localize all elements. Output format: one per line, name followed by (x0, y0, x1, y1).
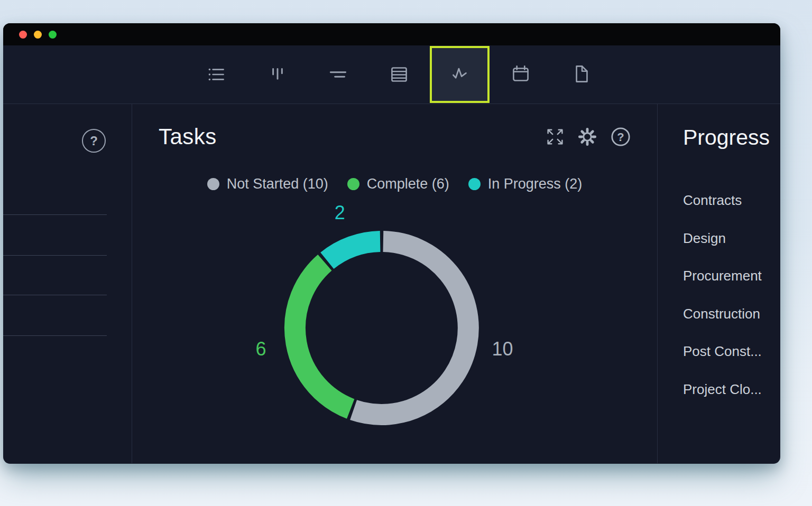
donut-value-label: 6 (255, 338, 266, 360)
sidebar-divider (3, 335, 107, 336)
sidebar-help-icon[interactable]: ? (82, 129, 106, 153)
donut-value-label: 2 (335, 202, 345, 223)
toolbar-document-icon[interactable] (551, 46, 611, 103)
left-sidebar: ? (3, 104, 132, 463)
progress-panel: Progress Contracts Design Procurement Co… (658, 104, 780, 463)
toolbar-calendar-icon[interactable] (491, 46, 550, 103)
progress-list: Contracts Design Procurement Constructio… (683, 182, 762, 408)
sidebar-help-glyph: ? (90, 134, 98, 148)
window-minimize-button[interactable] (34, 31, 42, 39)
toolbar-timeline-icon[interactable] (308, 46, 368, 103)
content-area: ? Tasks (3, 104, 780, 463)
donut-segment-in-progress[interactable] (327, 241, 380, 261)
donut-segment-complete[interactable] (295, 263, 350, 409)
tasks-panel: Tasks (132, 104, 658, 463)
toolbar-activity-icon[interactable] (430, 46, 490, 103)
sidebar-divider (3, 214, 107, 215)
progress-list-item[interactable]: Post Const... (683, 333, 762, 371)
progress-list-item[interactable]: Contracts (683, 182, 762, 220)
progress-list-item[interactable]: Construction (683, 295, 762, 333)
toolbar-list-icon[interactable] (187, 46, 246, 103)
window-titlebar (3, 23, 780, 45)
app-window: ? Tasks (3, 23, 780, 464)
progress-list-item[interactable]: Project Clo... (683, 371, 762, 409)
donut-segment-not-started[interactable] (354, 241, 468, 415)
toolbar-kanban-icon[interactable] (247, 46, 307, 103)
progress-list-item[interactable]: Design (683, 220, 762, 258)
view-toolbar (3, 45, 780, 104)
toolbar-table-icon[interactable] (369, 46, 429, 103)
donut-value-label: 10 (492, 338, 513, 360)
sidebar-divider (3, 295, 107, 295)
window-zoom-button[interactable] (49, 31, 57, 39)
progress-panel-title: Progress (683, 125, 770, 150)
tasks-donut-chart[interactable]: 1062 (132, 104, 658, 463)
window-close-button[interactable] (19, 31, 27, 39)
sidebar-divider (3, 255, 107, 256)
progress-list-item[interactable]: Procurement (683, 257, 762, 295)
